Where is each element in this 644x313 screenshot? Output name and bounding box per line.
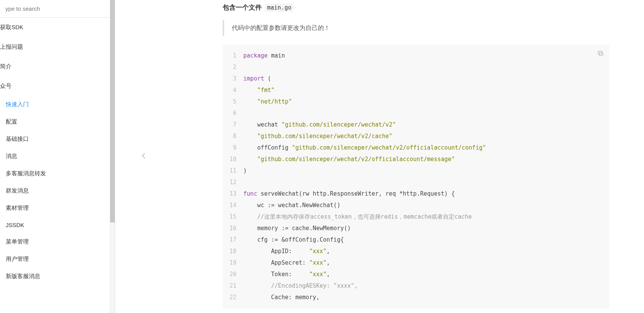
code-line: "github.com/silenceper/wechat/v2/officia…: [243, 153, 609, 165]
svg-rect-0: [599, 52, 603, 56]
sidebar-item-2[interactable]: 简介: [0, 57, 115, 76]
line-number: 1: [230, 50, 236, 61]
line-number: 19: [230, 257, 236, 269]
heading-text: 包含一个文件: [223, 3, 262, 12]
copy-code-button[interactable]: [597, 50, 604, 58]
blockquote-text: 代码中的配置参数请更改为自己的！: [232, 25, 330, 31]
sidebar: 获取SDK上报问题简介众号快速入门配置基础接口消息多客服消息转发群发消息素材管理…: [0, 0, 115, 313]
line-number: 6: [230, 107, 236, 119]
line-number: 8: [230, 130, 236, 142]
line-number: 16: [230, 222, 236, 234]
code-line: [243, 176, 609, 188]
code-line: "net/http": [243, 96, 609, 107]
main-content: 包含一个文件 main.go 代码中的配置参数请更改为自己的！ 12345678…: [115, 0, 644, 313]
sidebar-scrollbar[interactable]: [110, 0, 115, 313]
line-number: 22: [230, 292, 236, 303]
code-line: AppSecret: "xxx",: [243, 257, 609, 269]
note-blockquote: 代码中的配置参数请更改为自己的！: [223, 20, 609, 36]
sidebar-item-4[interactable]: 快速入门: [0, 96, 115, 113]
code-line: Token: "xxx",: [243, 269, 609, 280]
search-input[interactable]: [5, 3, 109, 14]
section-heading: 包含一个文件 main.go: [223, 3, 609, 12]
line-number: 17: [230, 234, 236, 245]
sidebar-nav: 获取SDK上报问题简介众号快速入门配置基础接口消息多客服消息转发群发消息素材管理…: [0, 18, 115, 313]
line-number: 15: [230, 211, 236, 222]
code-line: ): [243, 165, 609, 176]
sidebar-item-7[interactable]: 消息: [0, 148, 115, 165]
code-line: "github.com/silenceper/wechat/v2/cache": [243, 130, 609, 142]
code-content: 12345678910111213141516171819202122 pack…: [223, 44, 609, 308]
line-number: 12: [230, 176, 236, 188]
line-numbers: 12345678910111213141516171819202122: [223, 50, 243, 303]
sidebar-item-11[interactable]: JSSDK: [0, 217, 115, 233]
line-number: 21: [230, 280, 236, 292]
search-box: [0, 0, 115, 18]
line-number: 11: [230, 165, 236, 176]
code-line: AppID: "xxx",: [243, 245, 609, 257]
line-number: 5: [230, 96, 236, 107]
line-number: 7: [230, 119, 236, 130]
sidebar-item-0[interactable]: 获取SDK: [0, 18, 115, 37]
sidebar-item-13[interactable]: 用户管理: [0, 250, 115, 268]
code-line: //这里本地内存保存access_token，也可选择redis，memcach…: [243, 211, 609, 222]
code-line: memory := cache.NewMemory(): [243, 222, 609, 234]
line-number: 3: [230, 73, 236, 84]
copy-icon: [597, 50, 604, 57]
line-number: 10: [230, 153, 236, 165]
code-line: import (: [243, 73, 609, 84]
code-line: wc := wechat.NewWechat(): [243, 199, 609, 211]
heading-filename: main.go: [265, 3, 294, 12]
svg-rect-1: [598, 51, 602, 54]
sidebar-item-5[interactable]: 配置: [0, 113, 115, 130]
code-lines: package main import ( "fmt" "net/http" w…: [243, 50, 609, 303]
code-line: Cache: memory,: [243, 292, 609, 303]
sidebar-item-9[interactable]: 群发消息: [0, 182, 115, 199]
code-line: offConfig "github.com/silenceper/wechat/…: [243, 142, 609, 153]
line-number: 14: [230, 199, 236, 211]
code-line: "fmt": [243, 84, 609, 96]
line-number: 13: [230, 188, 236, 199]
line-number: 9: [230, 142, 236, 153]
line-number: 2: [230, 61, 236, 73]
code-line: [243, 61, 609, 73]
sidebar-item-3[interactable]: 众号: [0, 76, 115, 96]
line-number: 4: [230, 84, 236, 96]
sidebar-item-10[interactable]: 素材管理: [0, 199, 115, 217]
line-number: 18: [230, 245, 236, 257]
code-line: func serveWechat(rw http.ResponseWriter,…: [243, 188, 609, 199]
code-line: wechat "github.com/silenceper/wechat/v2": [243, 119, 609, 130]
sidebar-item-6[interactable]: 基础接口: [0, 130, 115, 148]
code-line: //EncodingAESKey: "xxxx",: [243, 280, 609, 292]
code-line: [243, 107, 609, 119]
sidebar-item-14[interactable]: 新版客服消息: [0, 268, 115, 285]
sidebar-item-12[interactable]: 菜单管理: [0, 233, 115, 250]
line-number: 20: [230, 269, 236, 280]
code-line: package main: [243, 50, 609, 61]
sidebar-item-1[interactable]: 上报问题: [0, 37, 115, 57]
scroll-thumb[interactable]: [110, 0, 115, 222]
code-block: 12345678910111213141516171819202122 pack…: [223, 44, 609, 308]
sidebar-item-8[interactable]: 多客服消息转发: [0, 165, 115, 182]
code-line: cfg := &offConfig.Config{: [243, 234, 609, 245]
